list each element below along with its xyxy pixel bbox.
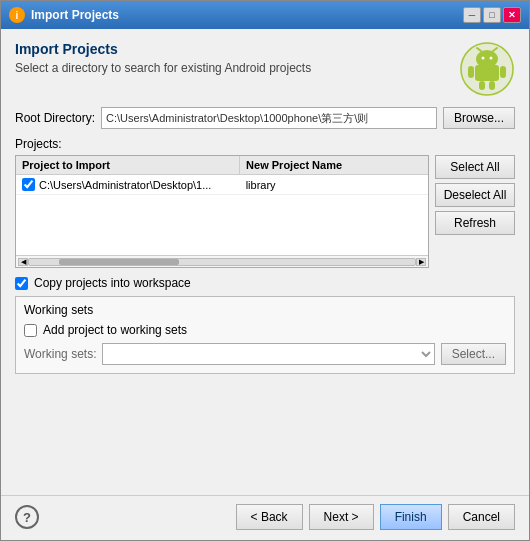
- working-sets-select-button[interactable]: Select...: [441, 343, 506, 365]
- column-header-name: New Project Name: [240, 156, 428, 174]
- footer: ? < Back Next > Finish Cancel: [1, 495, 529, 540]
- add-working-sets-row: Add project to working sets: [24, 323, 506, 337]
- side-buttons: Select All Deselect All Refresh: [435, 155, 515, 268]
- select-all-button[interactable]: Select All: [435, 155, 515, 179]
- add-working-sets-checkbox[interactable]: [24, 324, 37, 337]
- column-header-import: Project to Import: [16, 156, 240, 174]
- svg-point-5: [490, 57, 493, 60]
- projects-label: Projects:: [15, 137, 515, 151]
- minimize-button[interactable]: ─: [463, 7, 481, 23]
- scroll-left-arrow[interactable]: ◀: [18, 258, 28, 266]
- copy-projects-row: Copy projects into workspace: [15, 276, 515, 290]
- working-sets-input-row: Working sets: Select...: [24, 343, 506, 365]
- cancel-button[interactable]: Cancel: [448, 504, 515, 530]
- table-header: Project to Import New Project Name: [16, 156, 428, 175]
- copy-projects-checkbox[interactable]: [15, 277, 28, 290]
- browse-button[interactable]: Browse...: [443, 107, 515, 129]
- h-scrollbar-area: ◀ ▶: [16, 255, 428, 267]
- svg-point-4: [482, 57, 485, 60]
- import-projects-dialog: i Import Projects ─ □ ✕ Import Projects …: [0, 0, 530, 541]
- title-bar: i Import Projects ─ □ ✕: [1, 1, 529, 29]
- next-button[interactable]: Next >: [309, 504, 374, 530]
- back-button[interactable]: < Back: [236, 504, 303, 530]
- refresh-button[interactable]: Refresh: [435, 211, 515, 235]
- root-dir-row: Root Directory: Browse...: [15, 107, 515, 129]
- header-area: Import Projects Select a directory to se…: [15, 41, 515, 97]
- svg-point-3: [476, 50, 498, 68]
- td-import: C:\Users\Administrator\Desktop\1...: [16, 176, 240, 193]
- working-sets-input-label: Working sets:: [24, 347, 96, 361]
- working-sets-dropdown[interactable]: [102, 343, 434, 365]
- close-button[interactable]: ✕: [503, 7, 521, 23]
- h-scrollbar[interactable]: [28, 258, 416, 266]
- projects-table: Project to Import New Project Name C:\Us…: [15, 155, 429, 268]
- table-body: C:\Users\Administrator\Desktop\1... libr…: [16, 175, 428, 255]
- row-import-path: C:\Users\Administrator\Desktop\1...: [39, 179, 211, 191]
- table-row: C:\Users\Administrator\Desktop\1... libr…: [16, 175, 428, 195]
- window-title: Import Projects: [31, 8, 463, 22]
- window-controls: ─ □ ✕: [463, 7, 521, 23]
- add-working-sets-label: Add project to working sets: [43, 323, 187, 337]
- svg-rect-11: [489, 81, 495, 90]
- svg-rect-10: [479, 81, 485, 90]
- help-button[interactable]: ?: [15, 505, 39, 529]
- header-text: Import Projects Select a directory to se…: [15, 41, 451, 75]
- svg-rect-9: [500, 66, 506, 78]
- working-sets-section: Working sets Add project to working sets…: [15, 296, 515, 374]
- maximize-button[interactable]: □: [483, 7, 501, 23]
- td-name: library: [240, 177, 428, 193]
- dialog-title: Import Projects: [15, 41, 451, 57]
- scroll-right-arrow[interactable]: ▶: [416, 258, 426, 266]
- working-sets-title: Working sets: [24, 303, 506, 317]
- h-scrollbar-thumb: [59, 259, 179, 265]
- dialog-content: Import Projects Select a directory to se…: [1, 29, 529, 495]
- row-checkbox[interactable]: [22, 178, 35, 191]
- svg-rect-8: [468, 66, 474, 78]
- dialog-subtitle: Select a directory to search for existin…: [15, 61, 451, 75]
- projects-area: Project to Import New Project Name C:\Us…: [15, 155, 515, 268]
- android-logo: [459, 41, 515, 97]
- window-icon: i: [9, 7, 25, 23]
- root-dir-input[interactable]: [101, 107, 437, 129]
- root-dir-label: Root Directory:: [15, 111, 95, 125]
- copy-projects-label: Copy projects into workspace: [34, 276, 191, 290]
- finish-button[interactable]: Finish: [380, 504, 442, 530]
- deselect-all-button[interactable]: Deselect All: [435, 183, 515, 207]
